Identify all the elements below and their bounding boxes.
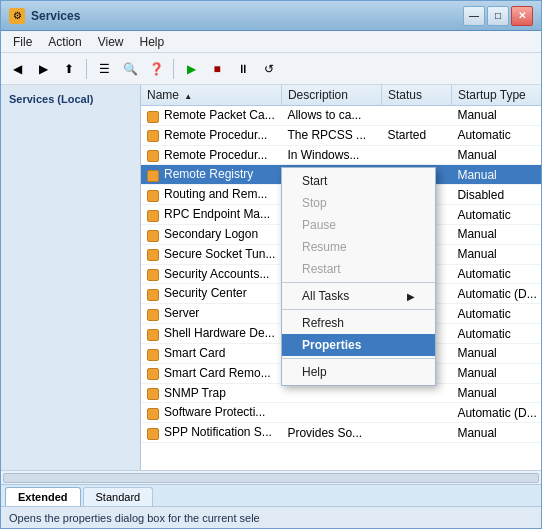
service-name: Remote Procedur... bbox=[141, 145, 281, 165]
title-bar: ⚙ Services — □ ✕ bbox=[1, 1, 541, 31]
context-menu-separator bbox=[282, 309, 435, 310]
service-name: Remote Procedur... bbox=[141, 125, 281, 145]
forward-button[interactable]: ▶ bbox=[31, 57, 55, 81]
show-hide-button[interactable]: ☰ bbox=[92, 57, 116, 81]
tab-standard[interactable]: Standard bbox=[83, 487, 154, 506]
up-button[interactable]: ⬆ bbox=[57, 57, 81, 81]
bottom-tabs: Extended Standard bbox=[1, 484, 541, 506]
service-description bbox=[281, 383, 381, 403]
service-icon bbox=[147, 129, 161, 143]
col-status[interactable]: Status bbox=[381, 85, 451, 106]
service-startup: Manual bbox=[451, 224, 541, 244]
table-row[interactable]: Remote Packet Ca...Allows to ca...Manual bbox=[141, 106, 541, 126]
service-status bbox=[381, 145, 451, 165]
left-panel: Services (Local) bbox=[1, 85, 141, 470]
menu-view[interactable]: View bbox=[90, 33, 132, 51]
service-name: Remote Packet Ca... bbox=[141, 106, 281, 126]
table-row[interactable]: SPP Notification S...Provides So...Manua… bbox=[141, 423, 541, 443]
context-menu-item[interactable]: Refresh bbox=[282, 312, 435, 334]
service-name: Software Protecti... bbox=[141, 403, 281, 423]
service-startup: Disabled bbox=[451, 185, 541, 205]
service-icon bbox=[147, 109, 161, 123]
status-bar: Opens the properties dialog box for the … bbox=[1, 506, 541, 528]
horizontal-scrollbar[interactable] bbox=[1, 470, 541, 484]
restart-button[interactable]: ↺ bbox=[257, 57, 281, 81]
service-description: Provides So... bbox=[281, 423, 381, 443]
table-row[interactable]: Remote Procedur...The RPCSS ...StartedAu… bbox=[141, 125, 541, 145]
play-button[interactable]: ▶ bbox=[179, 57, 203, 81]
service-icon bbox=[147, 386, 161, 400]
service-name: Security Center bbox=[141, 284, 281, 304]
service-description bbox=[281, 403, 381, 423]
toolbar-separator-1 bbox=[86, 59, 87, 79]
service-startup: Manual bbox=[451, 145, 541, 165]
context-menu: StartStopPauseResumeRestartAll Tasks▶Ref… bbox=[281, 167, 436, 386]
maximize-button[interactable]: □ bbox=[487, 6, 509, 26]
context-menu-separator bbox=[282, 358, 435, 359]
context-menu-item[interactable]: Help bbox=[282, 361, 435, 383]
service-startup: Automatic bbox=[451, 264, 541, 284]
scrollbar-track[interactable] bbox=[3, 473, 539, 483]
minimize-button[interactable]: — bbox=[463, 6, 485, 26]
context-menu-item: Pause bbox=[282, 214, 435, 236]
table-row[interactable]: SNMP TrapManual bbox=[141, 383, 541, 403]
title-buttons: — □ ✕ bbox=[463, 6, 533, 26]
service-name: Server bbox=[141, 304, 281, 324]
context-menu-item[interactable]: Properties bbox=[282, 334, 435, 356]
col-name[interactable]: Name ▲ bbox=[141, 85, 281, 106]
context-menu-item[interactable]: Start bbox=[282, 170, 435, 192]
service-icon bbox=[147, 367, 161, 381]
service-icon bbox=[147, 148, 161, 162]
service-status bbox=[381, 403, 451, 423]
main-window: ⚙ Services — □ ✕ File Action View Help ◀… bbox=[0, 0, 542, 529]
service-startup: Manual bbox=[451, 343, 541, 363]
help-tb-button[interactable]: ❓ bbox=[144, 57, 168, 81]
service-status bbox=[381, 106, 451, 126]
service-name: Smart Card Remo... bbox=[141, 363, 281, 383]
service-name: Security Accounts... bbox=[141, 264, 281, 284]
pause-button[interactable]: ⏸ bbox=[231, 57, 255, 81]
service-icon bbox=[147, 228, 161, 242]
service-name: Shell Hardware De... bbox=[141, 324, 281, 344]
service-icon bbox=[147, 168, 161, 182]
window-title: Services bbox=[31, 9, 463, 23]
service-startup: Automatic bbox=[451, 205, 541, 225]
context-menu-item[interactable]: All Tasks▶ bbox=[282, 285, 435, 307]
service-name: RPC Endpoint Ma... bbox=[141, 205, 281, 225]
toolbar-separator-2 bbox=[173, 59, 174, 79]
service-icon bbox=[147, 267, 161, 281]
table-row[interactable]: Remote Procedur...In Windows...Manual bbox=[141, 145, 541, 165]
service-name: SPP Notification S... bbox=[141, 423, 281, 443]
menu-action[interactable]: Action bbox=[40, 33, 89, 51]
service-name: Remote Registry bbox=[141, 165, 281, 185]
col-description[interactable]: Description bbox=[281, 85, 381, 106]
context-menu-item: Stop bbox=[282, 192, 435, 214]
tab-extended[interactable]: Extended bbox=[5, 487, 81, 506]
service-icon bbox=[147, 426, 161, 440]
service-status: Started bbox=[381, 125, 451, 145]
service-icon bbox=[147, 188, 161, 202]
menu-help[interactable]: Help bbox=[132, 33, 173, 51]
menu-file[interactable]: File bbox=[5, 33, 40, 51]
close-button[interactable]: ✕ bbox=[511, 6, 533, 26]
context-menu-item-label: Pause bbox=[302, 218, 336, 232]
window-icon: ⚙ bbox=[9, 8, 25, 24]
service-icon bbox=[147, 347, 161, 361]
search-button[interactable]: 🔍 bbox=[118, 57, 142, 81]
service-startup: Automatic bbox=[451, 324, 541, 344]
sort-arrow: ▲ bbox=[184, 92, 192, 101]
service-status bbox=[381, 383, 451, 403]
context-menu-separator bbox=[282, 282, 435, 283]
context-menu-item-label: All Tasks bbox=[302, 289, 349, 303]
stop-button[interactable]: ■ bbox=[205, 57, 229, 81]
service-name: Routing and Rem... bbox=[141, 185, 281, 205]
context-menu-item: Resume bbox=[282, 236, 435, 258]
service-name: SNMP Trap bbox=[141, 383, 281, 403]
context-menu-item-label: Resume bbox=[302, 240, 347, 254]
back-button[interactable]: ◀ bbox=[5, 57, 29, 81]
table-row[interactable]: Software Protecti...Automatic (D... bbox=[141, 403, 541, 423]
col-startup[interactable]: Startup Type bbox=[451, 85, 541, 106]
service-name: Secondary Logon bbox=[141, 224, 281, 244]
service-startup: Manual bbox=[451, 423, 541, 443]
context-menu-item: Restart bbox=[282, 258, 435, 280]
